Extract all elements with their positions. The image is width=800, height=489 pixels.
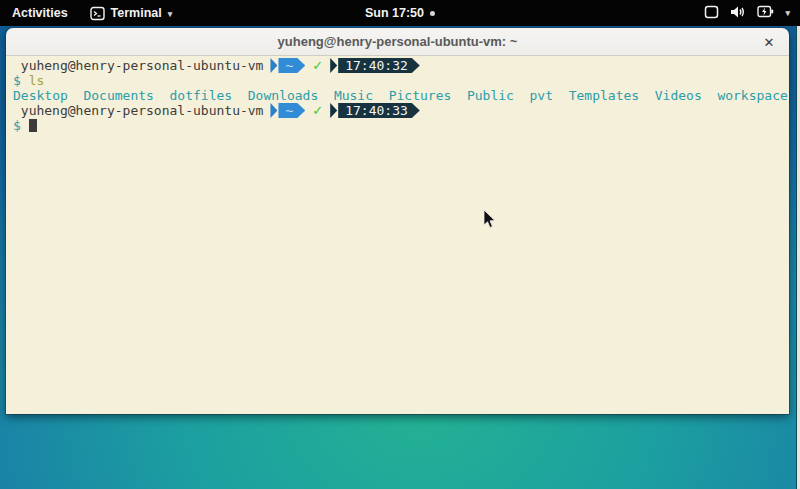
- command-text: ls: [29, 73, 45, 88]
- chevron-down-icon: ▾: [785, 8, 790, 18]
- prompt-path: ~: [278, 58, 305, 73]
- activities-button[interactable]: Activities: [0, 0, 80, 26]
- ls-entry: workspace: [717, 88, 787, 103]
- prompt-line: yuheng@henry-personal-ubuntu-vm ~ ✓ 17:4…: [13, 58, 789, 73]
- powerline-path-segment: ~: [270, 58, 305, 73]
- powerline-path-segment: ~: [270, 103, 305, 118]
- background-window-edge: [796, 26, 800, 489]
- chevron-down-icon: ▾: [168, 9, 173, 19]
- check-icon: ✓: [312, 58, 323, 73]
- ls-entry: Templates: [569, 88, 639, 103]
- top-bar: Activities Terminal ▾ Sun 17:50: [0, 0, 800, 26]
- ls-entry: Documents: [83, 88, 153, 103]
- window-titlebar[interactable]: yuheng@henry-personal-ubuntu-vm: ~ ✕: [6, 28, 789, 56]
- prompt-path: ~: [278, 103, 305, 118]
- powerline-arrow-icon: [270, 103, 277, 118]
- screen-icon: [704, 5, 719, 22]
- volume-icon: [730, 5, 746, 22]
- app-menu-button[interactable]: Terminal ▾: [80, 0, 183, 26]
- terminal-app-icon: [90, 6, 105, 21]
- prompt-line: yuheng@henry-personal-ubuntu-vm ~ ✓ 17:4…: [13, 103, 789, 118]
- ls-entry: Downloads: [248, 88, 318, 103]
- terminal-cursor: [29, 119, 37, 132]
- ls-entry: Music: [334, 88, 373, 103]
- ls-entry: Public: [467, 88, 514, 103]
- app-menu-label: Terminal: [111, 6, 162, 20]
- system-status-area[interactable]: ▾: [694, 0, 800, 26]
- clock-label: Sun 17:50: [365, 6, 424, 20]
- window-title: yuheng@henry-personal-ubuntu-vm: ~: [278, 34, 518, 49]
- ls-entry: dotfiles: [170, 88, 233, 103]
- prompt-time: 17:40:33: [338, 103, 420, 118]
- prompt-symbol: $: [13, 118, 21, 133]
- prompt-time: 17:40:32: [338, 58, 420, 73]
- ls-entry: pvt: [530, 88, 553, 103]
- powerline-time-segment: 17:40:32: [330, 58, 420, 73]
- ls-entry: Desktop: [13, 88, 68, 103]
- terminal-window: yuheng@henry-personal-ubuntu-vm: ~ ✕ yuh…: [6, 28, 789, 414]
- clock-button[interactable]: Sun 17:50: [357, 0, 443, 26]
- prompt-symbol: $: [13, 73, 21, 88]
- powerline-arrow-icon: [270, 58, 277, 73]
- powerline-time-segment: 17:40:33: [330, 103, 420, 118]
- ls-output: DesktopDocumentsdotfilesDownloadsMusicPi…: [13, 88, 789, 103]
- input-line[interactable]: $: [13, 118, 789, 133]
- notification-dot-icon: [430, 11, 435, 16]
- command-line: $ ls: [13, 73, 789, 88]
- close-button[interactable]: ✕: [759, 32, 779, 52]
- ls-entry: Pictures: [389, 88, 452, 103]
- battery-charging-icon: [757, 5, 774, 21]
- terminal-content[interactable]: yuheng@henry-personal-ubuntu-vm ~ ✓ 17:4…: [6, 56, 789, 414]
- powerline-arrow-icon: [330, 58, 337, 73]
- prompt-user: yuheng@henry-personal-ubuntu-vm: [21, 58, 264, 73]
- check-icon: ✓: [312, 103, 323, 118]
- prompt-user: yuheng@henry-personal-ubuntu-vm: [21, 103, 264, 118]
- ls-entry: Videos: [655, 88, 702, 103]
- powerline-arrow-icon: [330, 103, 337, 118]
